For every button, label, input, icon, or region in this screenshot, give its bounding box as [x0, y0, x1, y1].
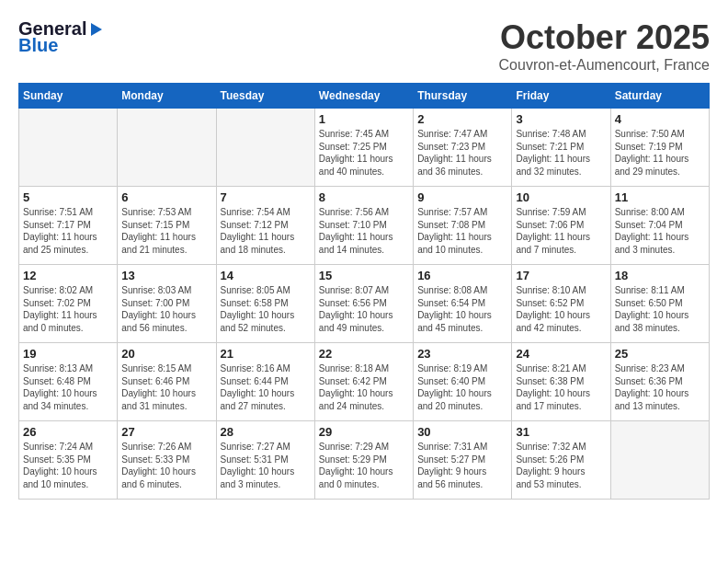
day-number: 28: [221, 425, 311, 439]
calendar-cell: 8Sunrise: 7:56 AM Sunset: 7:10 PM Daylig…: [314, 187, 413, 265]
day-number: 30: [417, 425, 507, 439]
calendar-week-4: 19Sunrise: 8:13 AM Sunset: 6:48 PM Dayli…: [19, 343, 710, 421]
day-info: Sunrise: 7:51 AM Sunset: 7:17 PM Dayligh…: [23, 206, 113, 256]
day-info: Sunrise: 8:05 AM Sunset: 6:58 PM Dayligh…: [221, 284, 311, 334]
day-info: Sunrise: 8:00 AM Sunset: 7:04 PM Dayligh…: [615, 206, 705, 256]
calendar-cell: 26Sunrise: 7:24 AM Sunset: 5:35 PM Dayli…: [19, 421, 118, 500]
day-number: 27: [121, 425, 211, 439]
calendar-cell: 18Sunrise: 8:11 AM Sunset: 6:50 PM Dayli…: [610, 265, 709, 343]
day-info: Sunrise: 7:32 AM Sunset: 5:26 PM Dayligh…: [516, 441, 606, 490]
day-info: Sunrise: 7:54 AM Sunset: 7:12 PM Dayligh…: [221, 206, 311, 256]
calendar-cell: 28Sunrise: 7:27 AM Sunset: 5:31 PM Dayli…: [216, 421, 314, 500]
day-number: 13: [121, 269, 211, 282]
weekday-header-saturday: Saturday: [610, 84, 709, 109]
calendar-cell: 19Sunrise: 8:13 AM Sunset: 6:48 PM Dayli…: [19, 343, 118, 421]
weekday-header-monday: Monday: [118, 84, 216, 109]
calendar-cell: 13Sunrise: 8:03 AM Sunset: 7:00 PM Dayli…: [118, 265, 216, 343]
day-number: 8: [319, 190, 409, 204]
day-number: 23: [417, 347, 507, 361]
day-info: Sunrise: 7:47 AM Sunset: 7:23 PM Dayligh…: [417, 128, 507, 178]
calendar-cell: 30Sunrise: 7:31 AM Sunset: 5:27 PM Dayli…: [414, 421, 512, 500]
calendar-cell: 21Sunrise: 8:16 AM Sunset: 6:44 PM Dayli…: [216, 343, 314, 421]
location: Couvron-et-Aumencourt, France: [499, 57, 710, 74]
day-info: Sunrise: 8:10 AM Sunset: 6:52 PM Dayligh…: [516, 284, 606, 334]
day-number: 24: [516, 347, 606, 361]
calendar-cell: 12Sunrise: 8:02 AM Sunset: 7:02 PM Dayli…: [19, 265, 118, 343]
title-area: October 2025 Couvron-et-Aumencourt, Fran…: [499, 18, 710, 74]
day-info: Sunrise: 7:27 AM Sunset: 5:31 PM Dayligh…: [221, 441, 311, 490]
calendar-cell: 16Sunrise: 8:08 AM Sunset: 6:54 PM Dayli…: [414, 265, 512, 343]
calendar-cell: 4Sunrise: 7:50 AM Sunset: 7:19 PM Daylig…: [610, 109, 709, 187]
day-info: Sunrise: 7:59 AM Sunset: 7:06 PM Dayligh…: [516, 206, 606, 256]
day-info: Sunrise: 8:21 AM Sunset: 6:38 PM Dayligh…: [516, 362, 606, 412]
calendar-header-row: SundayMondayTuesdayWednesdayThursdayFrid…: [19, 84, 710, 109]
day-info: Sunrise: 7:31 AM Sunset: 5:27 PM Dayligh…: [417, 441, 507, 490]
calendar-cell: 10Sunrise: 7:59 AM Sunset: 7:06 PM Dayli…: [512, 187, 610, 265]
calendar-cell: 23Sunrise: 8:19 AM Sunset: 6:40 PM Dayli…: [414, 343, 512, 421]
calendar-week-3: 12Sunrise: 8:02 AM Sunset: 7:02 PM Dayli…: [19, 265, 710, 343]
day-number: 1: [319, 112, 409, 126]
weekday-header-friday: Friday: [512, 84, 610, 109]
calendar-cell: [19, 109, 118, 187]
day-info: Sunrise: 8:19 AM Sunset: 6:40 PM Dayligh…: [417, 362, 507, 412]
calendar-cell: 2Sunrise: 7:47 AM Sunset: 7:23 PM Daylig…: [414, 109, 512, 187]
day-number: 29: [319, 425, 409, 439]
calendar-cell: [216, 109, 314, 187]
calendar-cell: 5Sunrise: 7:51 AM Sunset: 7:17 PM Daylig…: [19, 187, 118, 265]
calendar-cell: 14Sunrise: 8:05 AM Sunset: 6:58 PM Dayli…: [216, 265, 314, 343]
day-info: Sunrise: 8:15 AM Sunset: 6:46 PM Dayligh…: [121, 362, 211, 412]
day-info: Sunrise: 8:03 AM Sunset: 7:00 PM Dayligh…: [121, 284, 211, 334]
day-number: 7: [221, 190, 311, 204]
calendar-cell: 11Sunrise: 8:00 AM Sunset: 7:04 PM Dayli…: [610, 187, 709, 265]
calendar-cell: 31Sunrise: 7:32 AM Sunset: 5:26 PM Dayli…: [512, 421, 610, 500]
calendar-cell: 3Sunrise: 7:48 AM Sunset: 7:21 PM Daylig…: [512, 109, 610, 187]
day-number: 26: [23, 425, 113, 439]
day-number: 31: [516, 425, 606, 439]
day-number: 22: [319, 347, 409, 361]
day-info: Sunrise: 8:23 AM Sunset: 6:36 PM Dayligh…: [615, 362, 705, 412]
day-info: Sunrise: 8:08 AM Sunset: 6:54 PM Dayligh…: [417, 284, 507, 334]
calendar-cell: 6Sunrise: 7:53 AM Sunset: 7:15 PM Daylig…: [118, 187, 216, 265]
calendar-week-2: 5Sunrise: 7:51 AM Sunset: 7:17 PM Daylig…: [19, 187, 710, 265]
day-info: Sunrise: 7:57 AM Sunset: 7:08 PM Dayligh…: [417, 206, 507, 256]
page-header: General Blue October 2025 Couvron-et-Aum…: [18, 18, 710, 74]
calendar-cell: [118, 109, 216, 187]
day-info: Sunrise: 7:26 AM Sunset: 5:33 PM Dayligh…: [121, 441, 211, 490]
day-info: Sunrise: 8:18 AM Sunset: 6:42 PM Dayligh…: [319, 362, 409, 412]
calendar-cell: 20Sunrise: 8:15 AM Sunset: 6:46 PM Dayli…: [118, 343, 216, 421]
day-number: 15: [319, 269, 409, 282]
day-number: 9: [417, 190, 507, 204]
day-number: 21: [221, 347, 311, 361]
logo-text: General Blue: [18, 18, 104, 55]
calendar-cell: 9Sunrise: 7:57 AM Sunset: 7:08 PM Daylig…: [414, 187, 512, 265]
calendar-cell: 22Sunrise: 8:18 AM Sunset: 6:42 PM Dayli…: [314, 343, 413, 421]
calendar-week-5: 26Sunrise: 7:24 AM Sunset: 5:35 PM Dayli…: [19, 421, 710, 500]
calendar-cell: 1Sunrise: 7:45 AM Sunset: 7:25 PM Daylig…: [314, 109, 413, 187]
day-number: 5: [23, 190, 113, 204]
calendar-week-1: 1Sunrise: 7:45 AM Sunset: 7:25 PM Daylig…: [19, 109, 710, 187]
day-info: Sunrise: 7:50 AM Sunset: 7:19 PM Dayligh…: [615, 128, 705, 178]
day-info: Sunrise: 7:48 AM Sunset: 7:21 PM Dayligh…: [516, 128, 606, 178]
calendar-cell: 24Sunrise: 8:21 AM Sunset: 6:38 PM Dayli…: [512, 343, 610, 421]
day-number: 14: [221, 269, 311, 282]
calendar-cell: 27Sunrise: 7:26 AM Sunset: 5:33 PM Dayli…: [118, 421, 216, 500]
day-number: 2: [417, 112, 507, 126]
day-info: Sunrise: 7:24 AM Sunset: 5:35 PM Dayligh…: [23, 441, 113, 490]
calendar-cell: 25Sunrise: 8:23 AM Sunset: 6:36 PM Dayli…: [610, 343, 709, 421]
weekday-header-thursday: Thursday: [414, 84, 512, 109]
calendar-table: SundayMondayTuesdayWednesdayThursdayFrid…: [18, 83, 710, 500]
weekday-header-sunday: Sunday: [19, 84, 118, 109]
day-info: Sunrise: 7:45 AM Sunset: 7:25 PM Dayligh…: [319, 128, 409, 178]
day-number: 6: [121, 190, 211, 204]
day-number: 10: [516, 190, 606, 204]
day-info: Sunrise: 8:16 AM Sunset: 6:44 PM Dayligh…: [221, 362, 311, 412]
weekday-header-wednesday: Wednesday: [314, 84, 413, 109]
calendar-cell: 7Sunrise: 7:54 AM Sunset: 7:12 PM Daylig…: [216, 187, 314, 265]
day-number: 18: [615, 269, 705, 282]
weekday-header-tuesday: Tuesday: [216, 84, 314, 109]
logo-arrow-icon: [87, 21, 104, 38]
month-title: October 2025: [499, 18, 710, 57]
logo: General Blue: [18, 18, 104, 55]
day-number: 20: [121, 347, 211, 361]
day-number: 25: [615, 347, 705, 361]
